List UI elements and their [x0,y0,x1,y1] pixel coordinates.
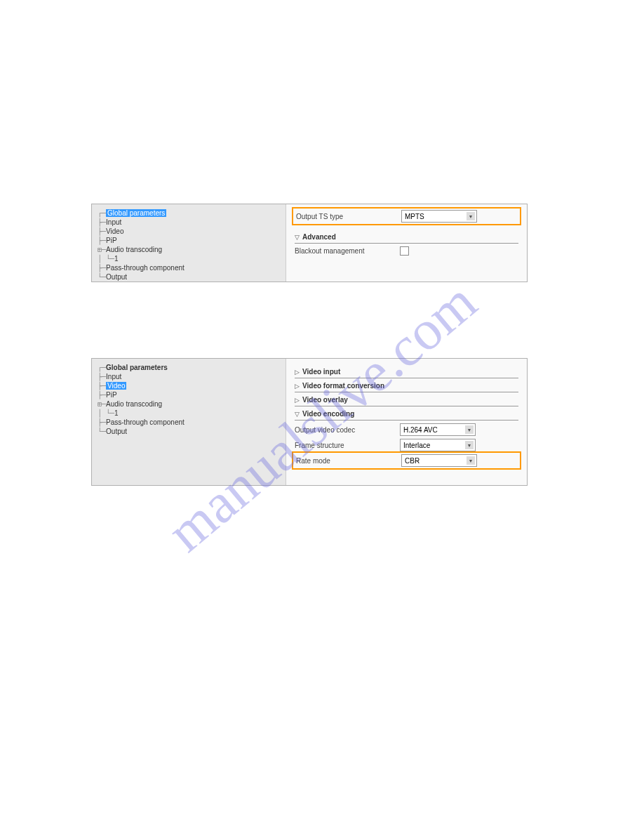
blackout-row: Blackout management [295,246,518,256]
output-codec-select[interactable]: H.264 AVC [400,423,476,436]
frame-structure-row: Frame structure Interlace [295,439,518,451]
tree-item[interactable]: └─Output [98,427,286,436]
panel-global-parameters: ┌─Global parameters ├─Input ├─Video ├─Pi… [91,204,528,282]
tree-item[interactable]: │ └─1 [98,254,286,263]
frame-structure-label: Frame structure [295,442,400,449]
rate-mode-row: Rate mode CBR [292,451,521,470]
tree-panel-1: ┌─Global parameters ├─Input ├─Video ├─Pi… [92,204,286,282]
blackout-label: Blackout management [295,247,400,255]
tree-item[interactable]: ├─Pass-through component [98,418,286,427]
rate-mode-select[interactable]: CBR [401,454,477,467]
tree-item[interactable]: ├─Input [98,372,286,381]
chevron-down-icon [467,212,475,220]
output-ts-label: Output TS type [296,213,401,220]
tree-item[interactable]: ├─Video [98,227,286,236]
blackout-checkbox[interactable] [400,246,409,256]
chevron-down-icon [465,441,474,449]
tree-item[interactable]: ├─Input [98,218,286,227]
content-panel-1: Output TS type MPTS Advanced Blackout ma… [286,204,527,282]
tree-item[interactable]: ⊞─Audio transcoding [98,245,286,254]
triangle-down-icon [295,410,300,418]
video-format-section[interactable]: Video format conversion [295,380,518,392]
output-codec-label: Output video codec [295,426,400,434]
tree-item[interactable]: ⊞─Audio transcoding [98,399,286,409]
panel-video: ┌─Global parameters ├─Input ├─Video ├─Pi… [91,358,528,486]
tree-item[interactable]: ├─Pass-through component [98,263,286,272]
chevron-down-icon [465,425,474,434]
triangle-right-icon [295,368,300,376]
video-input-section[interactable]: Video input [295,366,518,378]
tree-item[interactable]: └─Output [98,272,286,282]
video-encoding-section[interactable]: Video encoding [295,408,518,421]
tree-panel-2: ┌─Global parameters ├─Input ├─Video ├─Pi… [92,359,286,485]
tree-item[interactable]: │ └─1 [98,409,286,418]
tree-item[interactable]: ├─Video [98,381,286,390]
output-codec-row: Output video codec H.264 AVC [295,423,518,436]
triangle-down-icon [295,233,300,241]
tree-item[interactable]: ┌─Global parameters [98,208,286,218]
tree-item[interactable]: ┌─Global parameters [98,363,286,372]
tree-item[interactable]: ├─PiP [98,236,286,245]
video-overlay-section[interactable]: Video overlay [295,394,518,406]
output-ts-type-row: Output TS type MPTS [292,207,521,225]
tree-item[interactable]: ├─PiP [98,390,286,399]
rate-mode-label: Rate mode [296,457,401,465]
frame-structure-select[interactable]: Interlace [400,439,476,451]
triangle-right-icon [295,396,300,404]
content-panel-2: Video input Video format conversion Vide… [286,359,527,485]
triangle-right-icon [295,382,300,390]
advanced-section[interactable]: Advanced [295,231,518,244]
output-ts-select[interactable]: MPTS [401,210,477,223]
chevron-down-icon [467,456,475,465]
